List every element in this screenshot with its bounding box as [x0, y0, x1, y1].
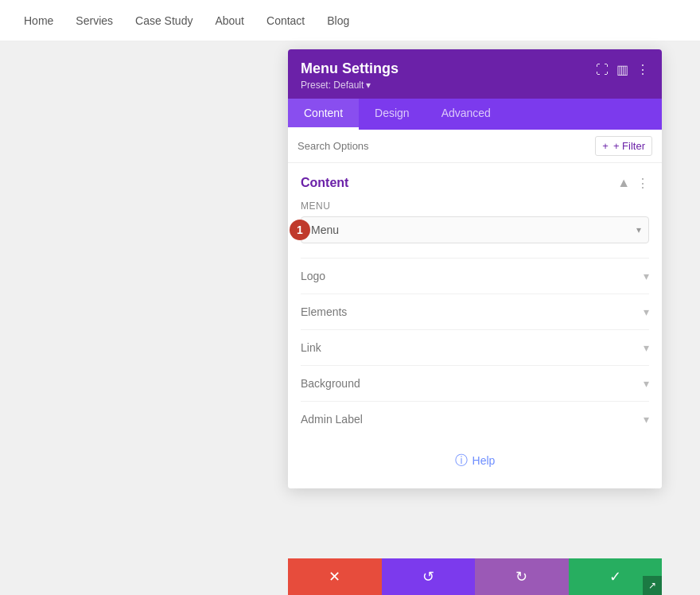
help-circle-icon: ⓘ	[455, 453, 468, 469]
fullscreen-icon[interactable]: ⛶	[596, 63, 609, 77]
panel-tabs: Content Design Advanced	[288, 99, 662, 130]
chevron-elements-icon: ▾	[644, 305, 649, 318]
collapsible-background[interactable]: Background ▾	[301, 365, 649, 401]
search-input[interactable]	[298, 140, 595, 152]
nav-item-services[interactable]: Servies	[76, 14, 113, 27]
panel-header: Menu Settings Preset: Default ▾ ⛶ ▥ ⋮	[288, 49, 662, 99]
chevron-background-icon: ▾	[644, 377, 649, 390]
help-label: Help	[472, 454, 496, 467]
menu-field-label: Menu	[301, 200, 649, 212]
tab-advanced[interactable]: Advanced	[426, 99, 507, 130]
collapse-icon[interactable]: ▲	[617, 176, 630, 190]
menu-settings-panel: Menu Settings Preset: Default ▾ ⛶ ▥ ⋮ Co…	[288, 49, 662, 488]
main-area: Menu Settings Preset: Default ▾ ⛶ ▥ ⋮ Co…	[0, 41, 700, 595]
redo-button[interactable]: ↻	[475, 558, 569, 595]
tab-design[interactable]: Design	[359, 99, 426, 130]
panel-header-left: Menu Settings Preset: Default ▾	[301, 60, 399, 91]
chevron-link-icon: ▾	[644, 341, 649, 354]
admin-label-label: Admin Label	[301, 413, 363, 426]
top-navigation: Home Servies Case Study About Contact Bl…	[0, 0, 700, 41]
chevron-down-icon: ▾	[366, 80, 371, 91]
undo-button[interactable]: ↺	[382, 558, 476, 595]
menu-select-row: 1 Menu ▾	[301, 216, 649, 243]
action-bar: ✕ ↺ ↻ ✓	[288, 558, 662, 595]
section-controls: ▲ ⋮	[617, 176, 649, 191]
nav-item-contact[interactable]: Contact	[266, 14, 305, 27]
chevron-logo-icon: ▾	[644, 270, 649, 282]
panel-title: Menu Settings	[301, 60, 399, 78]
panel-header-icons: ⛶ ▥ ⋮	[596, 62, 649, 77]
section-more-icon[interactable]: ⋮	[636, 176, 649, 191]
link-label: Link	[301, 341, 321, 354]
chevron-admin-label-icon: ▾	[644, 413, 649, 426]
panel-preset[interactable]: Preset: Default ▾	[301, 80, 399, 91]
search-bar: + + Filter	[288, 130, 662, 163]
cancel-button[interactable]: ✕	[288, 558, 382, 595]
columns-icon[interactable]: ▥	[616, 62, 628, 77]
filter-plus-icon: +	[602, 140, 609, 152]
resize-corner-icon[interactable]: ↗	[643, 576, 662, 595]
step-badge: 1	[290, 220, 310, 240]
content-section-header: Content ▲ ⋮	[301, 176, 649, 191]
collapsible-admin-label[interactable]: Admin Label ▾	[301, 401, 649, 437]
nav-item-home[interactable]: Home	[24, 14, 53, 27]
nav-item-case-study[interactable]: Case Study	[135, 14, 192, 27]
nav-item-blog[interactable]: Blog	[327, 14, 349, 27]
collapsible-logo[interactable]: Logo ▾	[301, 258, 649, 294]
background-label: Background	[301, 377, 360, 390]
nav-item-about[interactable]: About	[215, 14, 244, 27]
menu-select[interactable]: Menu	[301, 216, 649, 243]
collapsible-link[interactable]: Link ▾	[301, 329, 649, 365]
filter-button[interactable]: + + Filter	[595, 136, 652, 156]
logo-label: Logo	[301, 270, 325, 282]
help-section[interactable]: ⓘ Help	[301, 437, 649, 476]
elements-label: Elements	[301, 305, 347, 318]
collapsible-elements[interactable]: Elements ▾	[301, 294, 649, 329]
content-section-title: Content	[301, 176, 348, 190]
panel-body: Content ▲ ⋮ Menu 1 Menu ▾ Logo ▾	[288, 163, 662, 488]
more-options-icon[interactable]: ⋮	[636, 62, 649, 77]
tab-content[interactable]: Content	[288, 99, 359, 130]
